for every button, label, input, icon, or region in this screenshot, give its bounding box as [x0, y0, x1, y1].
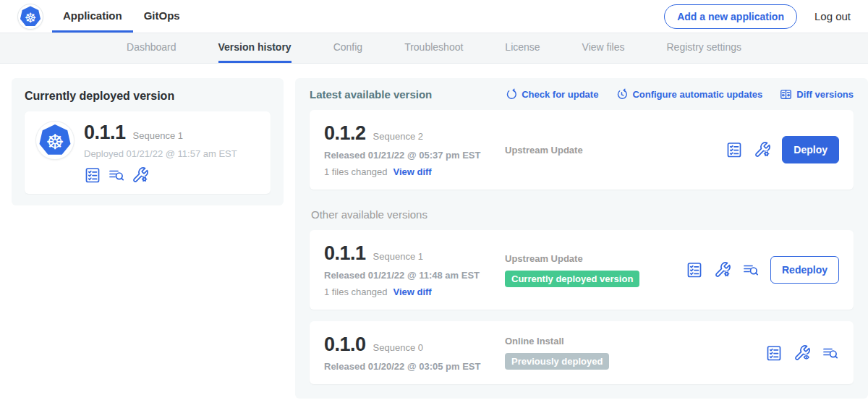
preflight-checks-icon[interactable] [84, 166, 101, 184]
version-number: 0.1.0 [324, 333, 366, 356]
latest-version-title: Latest available version [310, 88, 432, 101]
svg-text:☸: ☸ [25, 9, 37, 25]
preflight-checks-icon[interactable] [765, 344, 783, 362]
subnav-tab-dashboard[interactable]: Dashboard [127, 33, 176, 63]
add-application-button[interactable]: Add a new application [664, 4, 797, 29]
app-subnav: Dashboard Version history Config Trouble… [0, 33, 868, 64]
version-row: 0.1.1 Sequence 1 Released 01/21/22 @ 11:… [310, 230, 854, 310]
previously-deployed-badge: Previously deployed [505, 353, 609, 370]
currently-deployed-card: Currently deployed version ☸ 0.1.1 Seque… [12, 78, 284, 205]
kubernetes-logo-icon: ☸ [17, 4, 43, 30]
sequence-label: Sequence 1 [373, 251, 423, 262]
tab-gitops-label: GitOps [144, 9, 180, 22]
edit-config-icon[interactable] [714, 261, 731, 279]
preflight-checks-icon[interactable] [726, 141, 743, 158]
version-row: 0.1.0 Sequence 0 Released 01/20/22 @ 03:… [310, 321, 854, 384]
other-versions-title: Other available versions [311, 208, 852, 221]
version-source-label: Upstream Update [505, 253, 686, 264]
preflight-checks-icon[interactable] [686, 261, 703, 279]
header-right: Add a new application Log out [664, 0, 851, 33]
refresh-icon [505, 88, 517, 101]
version-history-panel: Latest available version Check for updat… [295, 78, 868, 399]
redeploy-button[interactable]: Redeploy [770, 256, 839, 284]
currently-deployed-badge: Currently deployed version [505, 271, 639, 287]
view-logs-icon[interactable] [742, 261, 760, 279]
subnav-tab-config[interactable]: Config [333, 33, 362, 63]
kubernetes-logo-icon: ☸ [36, 122, 74, 159]
diff-icon [780, 88, 792, 101]
logout-link[interactable]: Log out [814, 10, 851, 22]
subnav-tab-license[interactable]: License [505, 33, 540, 63]
released-timestamp: Released 01/21/22 @ 11:48 am EST [324, 270, 505, 281]
view-diff-link[interactable]: View diff [393, 166, 431, 177]
main-content: Currently deployed version ☸ 0.1.1 Seque… [0, 64, 868, 399]
top-header: ☸ Application GitOps Add a new applicati… [0, 0, 868, 33]
auto-update-clock-icon [616, 88, 628, 101]
currently-deployed-title: Currently deployed version [25, 90, 271, 103]
view-diff-link[interactable]: View diff [393, 286, 431, 297]
view-logs-icon[interactable] [822, 344, 839, 362]
app-tabs: Application GitOps [52, 0, 191, 33]
files-changed-label: 1 files changed [324, 166, 387, 177]
deployed-timestamp: Deployed 01/21/22 @ 11:57 am EST [84, 148, 237, 159]
tab-application-label: Application [63, 9, 122, 22]
subnav-tab-version-history[interactable]: Version history [218, 33, 292, 63]
svg-text:☸: ☸ [46, 130, 64, 153]
version-source-label: Upstream Update [505, 145, 686, 156]
view-logs-icon[interactable] [108, 166, 125, 184]
version-row: 0.1.2 Sequence 2 Released 01/21/22 @ 05:… [310, 110, 854, 190]
deployed-version-card: ☸ 0.1.1 Sequence 1 Deployed 01/21/22 @ 1… [25, 111, 271, 194]
released-timestamp: Released 01/21/22 @ 05:37 pm EST [324, 150, 505, 161]
deployed-sequence-label: Sequence 1 [133, 130, 183, 141]
deployed-version-number: 0.1.1 [84, 122, 126, 144]
tab-gitops[interactable]: GitOps [133, 0, 191, 33]
released-timestamp: Released 01/20/22 @ 03:05 pm EST [324, 361, 505, 372]
subnav-tab-troubleshoot[interactable]: Troubleshoot [404, 33, 463, 63]
subnav-tab-view-files[interactable]: View files [582, 33, 625, 63]
sequence-label: Sequence 0 [373, 342, 423, 353]
panel-actions: Check for update Configure automatic upd… [505, 88, 854, 101]
files-changed-label: 1 files changed [324, 286, 387, 297]
diff-versions-link[interactable]: Diff versions [780, 88, 854, 101]
version-number: 0.1.2 [324, 122, 366, 145]
version-source-label: Online Install [505, 336, 686, 347]
check-for-update-link[interactable]: Check for update [505, 88, 598, 101]
configure-automatic-updates-link[interactable]: Configure automatic updates [616, 88, 762, 101]
sequence-label: Sequence 2 [373, 131, 423, 142]
edit-config-icon[interactable] [754, 141, 771, 158]
tab-application[interactable]: Application [52, 0, 133, 33]
edit-config-icon[interactable] [132, 166, 149, 184]
version-number: 0.1.1 [324, 242, 366, 265]
view-config-icon[interactable] [793, 344, 811, 362]
subnav-tab-registry-settings[interactable]: Registry settings [667, 33, 741, 63]
deploy-button[interactable]: Deploy [782, 136, 839, 163]
